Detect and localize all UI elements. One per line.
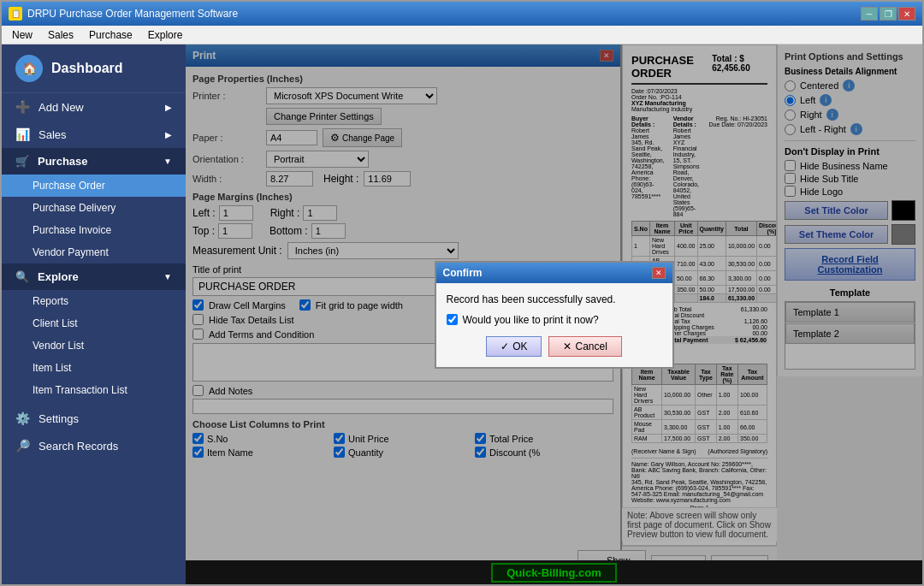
confirm-ok-button[interactable]: ✓ OK bbox=[486, 336, 542, 357]
sidebar-item-item-list[interactable]: Item List bbox=[2, 357, 186, 379]
title-bar-left: 📋 DRPU Purchase Order Management Softwar… bbox=[9, 7, 238, 21]
sidebar-item-purchase-delivery[interactable]: Purchase Delivery bbox=[2, 197, 186, 219]
confirm-cancel-button[interactable]: ✕ Cancel bbox=[548, 336, 621, 357]
title-bar: 📋 DRPU Purchase Order Management Softwar… bbox=[2, 2, 922, 26]
confirm-checkbox-label: Would you like to print it now? bbox=[463, 314, 599, 326]
minimize-button[interactable]: ─ bbox=[861, 7, 878, 21]
window-controls[interactable]: ─ ❐ ✕ bbox=[861, 7, 915, 21]
sidebar-item-add-new[interactable]: ➕ Add New ▶ bbox=[2, 93, 186, 121]
transaction-list-label: Item Transaction List bbox=[33, 384, 127, 396]
sidebar-item-client-list[interactable]: Client List bbox=[2, 312, 186, 334]
sidebar-purchase-section[interactable]: 🛒 Purchase ▼ bbox=[2, 148, 186, 175]
sales-icon: 📊 bbox=[15, 127, 30, 141]
arrow-icon: ▶ bbox=[165, 103, 172, 112]
sidebar-item-vendor-payment[interactable]: Vendor Payment bbox=[2, 241, 186, 263]
menu-purchase[interactable]: Purchase bbox=[82, 27, 139, 42]
confirm-message: Record has been successfully saved. bbox=[447, 293, 662, 305]
sidebar-item-sales[interactable]: 📊 Sales ▶ bbox=[2, 121, 186, 148]
sidebar-explore-section[interactable]: 🔍 Explore ▼ bbox=[2, 263, 186, 290]
confirm-buttons: ✓ OK ✕ Cancel bbox=[447, 336, 662, 357]
client-list-label: Client List bbox=[33, 317, 78, 329]
add-icon: ➕ bbox=[15, 100, 30, 114]
cancel-label: Cancel bbox=[575, 340, 607, 352]
confirm-body: Record has been successfully saved. Woul… bbox=[436, 283, 672, 367]
explore-arrow-icon: ▼ bbox=[163, 272, 172, 281]
main-content: 🏠 Dashboard ➕ Add New ▶ 📊 Sales ▶ 🛒 Purc… bbox=[2, 44, 922, 584]
sales-label: Sales bbox=[38, 128, 67, 141]
ok-check-icon: ✓ bbox=[500, 340, 509, 352]
confirm-dialog: Confirm ✕ Record has been successfully s… bbox=[435, 261, 674, 369]
confirm-print-checkbox[interactable] bbox=[447, 314, 458, 325]
cancel-x-icon: ✕ bbox=[563, 340, 572, 352]
restore-button[interactable]: ❐ bbox=[880, 7, 897, 21]
purchase-icon: 🛒 bbox=[15, 155, 29, 168]
main-window: 📋 DRPU Purchase Order Management Softwar… bbox=[0, 0, 924, 586]
sidebar-item-purchase-invoice[interactable]: Purchase Invoice bbox=[2, 219, 186, 241]
ok-label: OK bbox=[512, 340, 527, 352]
sidebar-item-reports[interactable]: Reports bbox=[2, 290, 186, 312]
purchase-invoice-label: Purchase Invoice bbox=[33, 224, 111, 236]
sidebar-item-search-records[interactable]: 🔎 Search Records bbox=[2, 432, 186, 459]
sidebar-header: 🏠 Dashboard bbox=[2, 44, 186, 93]
sidebar: 🏠 Dashboard ➕ Add New ▶ 📊 Sales ▶ 🛒 Purc… bbox=[2, 44, 186, 584]
confirm-checkbox-row: Would you like to print it now? bbox=[447, 314, 662, 326]
menu-explore[interactable]: Explore bbox=[141, 27, 190, 42]
explore-icon: 🔍 bbox=[15, 270, 29, 283]
menu-new[interactable]: New bbox=[5, 27, 39, 42]
explore-label: Explore bbox=[38, 270, 79, 283]
content-area: Print ✕ Page Properties (Inches) Printer… bbox=[186, 44, 922, 584]
sidebar-title: Dashboard bbox=[51, 61, 123, 76]
vendor-list-label: Vendor List bbox=[33, 340, 84, 352]
close-window-button[interactable]: ✕ bbox=[898, 7, 915, 21]
settings-label: Settings bbox=[38, 412, 79, 425]
sidebar-item-purchase-order[interactable]: Purchase Order bbox=[2, 175, 186, 197]
menu-sales[interactable]: Sales bbox=[41, 27, 80, 42]
search-icon: 🔎 bbox=[15, 439, 30, 453]
settings-icon: ⚙️ bbox=[15, 411, 30, 425]
sidebar-item-transaction-list[interactable]: Item Transaction List bbox=[2, 379, 186, 401]
purchase-arrow-icon: ▼ bbox=[163, 157, 172, 166]
dashboard-icon: 🏠 bbox=[15, 55, 43, 82]
purchase-label: Purchase bbox=[38, 155, 88, 168]
item-list-label: Item List bbox=[33, 362, 71, 374]
sidebar-item-settings[interactable]: ⚙️ Settings bbox=[2, 405, 186, 432]
confirm-overlay: Confirm ✕ Record has been successfully s… bbox=[186, 44, 922, 584]
confirm-title-bar: Confirm ✕ bbox=[436, 263, 672, 283]
reports-label: Reports bbox=[33, 295, 68, 307]
confirm-close-button[interactable]: ✕ bbox=[652, 267, 666, 279]
add-new-label: Add New bbox=[38, 101, 84, 114]
sales-arrow-icon: ▶ bbox=[165, 130, 172, 139]
app-icon: 📋 bbox=[9, 7, 22, 21]
vendor-payment-label: Vendor Payment bbox=[33, 246, 109, 258]
confirm-title: Confirm bbox=[443, 267, 483, 279]
sidebar-item-vendor-list[interactable]: Vendor List bbox=[2, 334, 186, 357]
menu-bar: New Sales Purchase Explore bbox=[2, 26, 922, 44]
search-records-label: Search Records bbox=[38, 440, 118, 453]
purchase-order-label: Purchase Order bbox=[33, 180, 105, 192]
app-title: DRPU Purchase Order Management Software bbox=[27, 8, 238, 20]
purchase-delivery-label: Purchase Delivery bbox=[33, 202, 116, 214]
